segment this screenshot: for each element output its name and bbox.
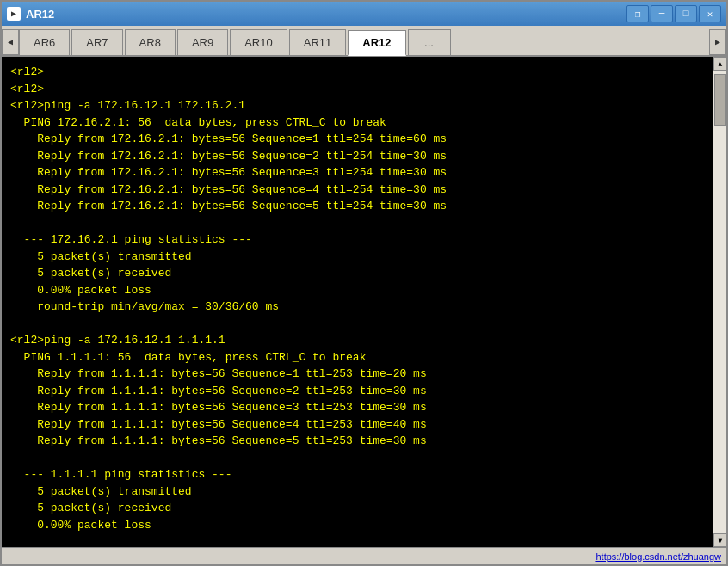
restore-button[interactable]: ❐ xyxy=(626,5,649,22)
minimize-button[interactable]: ─ xyxy=(651,5,673,22)
scroll-up-button[interactable]: ▲ xyxy=(713,57,726,71)
window-title: AR12 xyxy=(26,8,621,21)
tab-next-button[interactable]: ▶ xyxy=(709,29,726,55)
tab-ar6[interactable]: AR6 xyxy=(19,29,70,55)
tab-prev-button[interactable]: ◀ xyxy=(2,29,19,55)
scroll-track[interactable] xyxy=(713,71,726,533)
status-link[interactable]: https://blog.csdn.net/zhuangw xyxy=(595,551,721,562)
app-icon: ▶ xyxy=(7,7,21,21)
tab-ar12[interactable]: AR12 xyxy=(348,30,405,56)
tab-ellipsis[interactable]: ... xyxy=(408,29,451,55)
tab-ar8[interactable]: AR8 xyxy=(125,29,176,55)
close-button[interactable]: ✕ xyxy=(699,5,721,22)
terminal-wrapper: <rl2> <rl2> <rl2>ping -a 172.16.12.1 172… xyxy=(2,57,726,547)
terminal-output[interactable]: <rl2> <rl2> <rl2>ping -a 172.16.12.1 172… xyxy=(2,57,713,547)
app-icon-symbol: ▶ xyxy=(11,9,16,19)
window-controls: ❐ ─ □ ✕ xyxy=(626,5,721,22)
tab-ar9[interactable]: AR9 xyxy=(177,29,228,55)
title-bar: ▶ AR12 ❐ ─ □ ✕ xyxy=(2,2,726,26)
tab-bar: ◀ AR6AR7AR8AR9AR10AR11AR12... ▶ xyxy=(2,26,726,57)
scrollbar: ▲ ▼ xyxy=(713,57,726,547)
tab-ar7[interactable]: AR7 xyxy=(71,29,122,55)
status-bar: https://blog.csdn.net/zhuangw xyxy=(2,547,726,564)
scroll-thumb[interactable] xyxy=(714,74,726,126)
tab-ar11[interactable]: AR11 xyxy=(289,29,347,55)
scroll-down-button[interactable]: ▼ xyxy=(713,533,726,547)
main-window: ▶ AR12 ❐ ─ □ ✕ ◀ AR6AR7AR8AR9AR10AR11AR1… xyxy=(0,0,728,566)
tab-ar10[interactable]: AR10 xyxy=(230,29,287,55)
maximize-button[interactable]: □ xyxy=(675,5,697,22)
tabs-container: AR6AR7AR8AR9AR10AR11AR12... xyxy=(19,29,709,55)
